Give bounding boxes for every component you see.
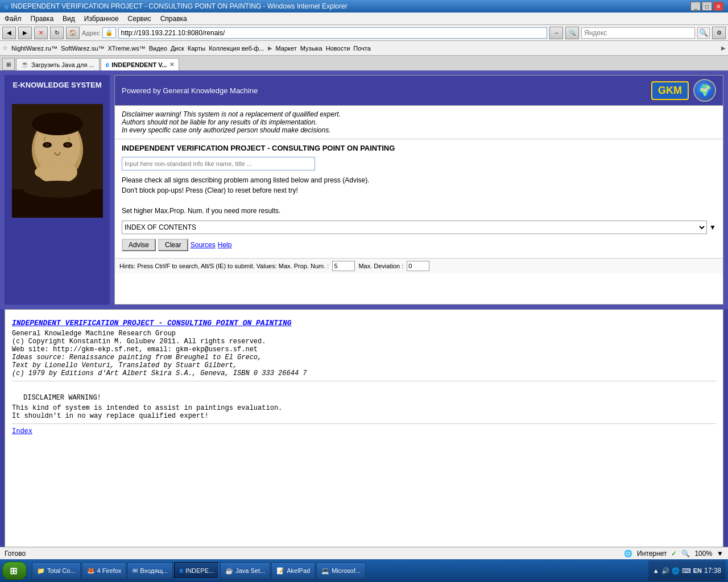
- taskbar-akelpad[interactable]: 📝 AkelPad: [271, 562, 315, 579]
- menu-tools[interactable]: Сервис: [126, 14, 154, 24]
- taskbar-javaset[interactable]: ☕ Java Set...: [220, 562, 270, 579]
- tab-java[interactable]: ☕ Загрузить Java для ...: [16, 58, 100, 70]
- javaset-label: Java Set...: [235, 567, 265, 574]
- zoom-dropdown-icon[interactable]: ▼: [717, 550, 723, 558]
- taskbar-totalco[interactable]: 📁 Total Co...: [32, 562, 81, 579]
- instruction-line3: Set higher Max.Prop. Num. if you need mo…: [122, 206, 716, 216]
- back-button[interactable]: ◀: [2, 27, 16, 39]
- instruction-line2: Don't block pop-ups! Press (Clear) to re…: [122, 185, 716, 196]
- fav-video[interactable]: Видео: [149, 45, 167, 52]
- zoom-level: 🔍: [681, 550, 690, 558]
- tab-close-icon[interactable]: ✕: [169, 61, 174, 68]
- fav-disk[interactable]: Диск: [171, 45, 184, 52]
- fav-maps[interactable]: Карты: [188, 45, 205, 52]
- tray-icon-3: ⌨: [682, 567, 691, 575]
- lower-title-link[interactable]: INDEPENDENT VERIFICATION PROJECT - CONSU…: [12, 319, 291, 327]
- fav-market[interactable]: Маркет: [276, 45, 297, 52]
- microsof-icon: 💻: [321, 567, 329, 575]
- menu-bar: Файл Правка Вид Избранное Сервис Справка: [0, 13, 728, 25]
- go-button[interactable]: →: [549, 27, 563, 39]
- menu-view[interactable]: Вид: [60, 14, 77, 24]
- firefox-icon: 🦊: [87, 567, 95, 575]
- content-panel: Powered by General Knowledge Machine GKM…: [114, 75, 723, 305]
- internet-zone-text: Интернет: [637, 550, 667, 558]
- title-bar-controls[interactable]: _ □ ✕: [690, 2, 723, 11]
- search-input[interactable]: [581, 27, 695, 39]
- search-submit-button[interactable]: 🔍: [697, 27, 710, 39]
- forward-button[interactable]: ▶: [18, 27, 32, 39]
- nonstandard-info-input[interactable]: [122, 157, 315, 171]
- fav-softwarez[interactable]: SoftWarez.su™: [61, 45, 105, 52]
- project-title: INDEPENDENT VERIFICATION PROJECT - CONSU…: [122, 144, 716, 152]
- fav-nightwarez[interactable]: NightWarez.ru™: [11, 45, 57, 52]
- max-prop-input[interactable]: [332, 261, 355, 271]
- disclaimer-line1: Disclaimer warning! This system is not a…: [122, 110, 716, 118]
- sidebar: E-KNOWLEDGE SYSTEM: [5, 75, 110, 305]
- new-tab-button[interactable]: ⊞: [2, 58, 15, 70]
- lower-line-2: Web site: http://gkm-ekp.sf.net, email: …: [12, 346, 716, 354]
- inbox-label: Входящ...: [140, 567, 168, 574]
- disclaimer-line3: In every specific case only authorized p…: [122, 126, 716, 134]
- fav-collection[interactable]: Коллекция веб-ф...: [209, 45, 264, 52]
- main-section: E-KNOWLEDGE SYSTEM: [0, 70, 728, 309]
- gkm-logos: GKM 🌍: [651, 79, 716, 102]
- minimize-button[interactable]: _: [690, 2, 701, 11]
- tab-independent-icon: e: [106, 61, 110, 69]
- home-button[interactable]: 🏠: [66, 27, 80, 39]
- fav-xtreme[interactable]: XTreme.ws™: [108, 45, 146, 52]
- lower-line-0: General Knowledge Machine Research Group: [12, 330, 716, 338]
- hints-text: Hints: Press Ctrl/F to search, Alt/S (IE…: [119, 263, 329, 269]
- menu-favorites[interactable]: Избранное: [82, 14, 121, 24]
- tab-independent-label: INDEPENDENT V...: [111, 61, 167, 68]
- taskbar-firefox[interactable]: 🦊 4 Firefox: [82, 562, 127, 579]
- menu-help[interactable]: Справка: [158, 14, 189, 24]
- taskbar-microsof[interactable]: 💻 Microsof...: [316, 562, 366, 579]
- menu-file[interactable]: Файл: [2, 14, 24, 24]
- tab-bar: ⊞ ☕ Загрузить Java для ... e INDEPENDENT…: [0, 56, 728, 70]
- address-bar: ◀ ▶ ✕ ↻ 🏠 Адрес 🔒 → 🔍 🔍 ⚙: [0, 25, 728, 41]
- tray-up-icon[interactable]: ▲: [653, 567, 659, 574]
- start-button[interactable]: ⊞: [2, 562, 27, 580]
- locale-text: EN: [693, 567, 702, 574]
- taskbar-inbox[interactable]: ✉ Входящ...: [127, 562, 173, 579]
- svg-point-7: [65, 143, 70, 147]
- disclaimer-section: Disclaimer warning! This system is not a…: [115, 106, 723, 139]
- index-link[interactable]: Index: [12, 427, 32, 435]
- firefox-label: 4 Firefox: [97, 567, 122, 574]
- taskbar-independent[interactable]: e INDEPE...: [174, 562, 219, 579]
- dropdown-row: INDEX OF CONTENTS ▼: [122, 221, 716, 234]
- zoom-text: 100%: [694, 550, 712, 558]
- advise-button[interactable]: Advise: [122, 239, 156, 251]
- lower-content-section: INDEPENDENT VERIFICATION PROJECT - CONSU…: [5, 309, 723, 548]
- help-button[interactable]: Help: [218, 241, 232, 249]
- fav-music[interactable]: Музыка: [300, 45, 322, 52]
- refresh-button[interactable]: ↻: [50, 27, 64, 39]
- status-text: Готово: [5, 550, 26, 558]
- sources-button[interactable]: Sources: [191, 241, 216, 249]
- title-bar: e INDEPENDENT VERIFICATION PROJECT - CON…: [0, 0, 728, 13]
- disclaimer-warning-title: DISCLAIMER WARNING!: [12, 386, 716, 402]
- close-button[interactable]: ✕: [713, 2, 723, 11]
- favorites-label: ☆: [2, 44, 8, 52]
- stop-button[interactable]: ✕: [34, 27, 48, 39]
- title-bar-left: e INDEPENDENT VERIFICATION PROJECT - CON…: [5, 2, 348, 11]
- divider-2: [12, 423, 716, 424]
- disclaimer-warning-line2: It shouldn't in no way replace qualified…: [12, 412, 716, 420]
- menu-edit[interactable]: Правка: [28, 14, 56, 24]
- search-dropdown[interactable]: 🔍: [565, 27, 579, 39]
- tab-independent[interactable]: e INDEPENDENT V... ✕: [101, 58, 179, 70]
- clear-button[interactable]: Clear: [158, 239, 188, 251]
- tools-button[interactable]: ⚙: [712, 27, 726, 39]
- max-dev-input[interactable]: [407, 261, 429, 271]
- window-title: INDEPENDENT VERIFICATION PROJECT - CONSU…: [11, 2, 347, 10]
- portrait-container: [12, 104, 103, 218]
- maximize-button[interactable]: □: [702, 2, 712, 11]
- portrait-image: [12, 104, 103, 218]
- address-input[interactable]: [118, 27, 548, 39]
- internet-zone-icon: 🌐: [624, 550, 632, 558]
- svg-point-11: [35, 167, 52, 178]
- fav-news[interactable]: Новости: [326, 45, 350, 52]
- index-link-container: Index: [12, 427, 716, 435]
- contents-dropdown[interactable]: INDEX OF CONTENTS: [122, 221, 707, 234]
- fav-mail[interactable]: Почта: [353, 45, 371, 52]
